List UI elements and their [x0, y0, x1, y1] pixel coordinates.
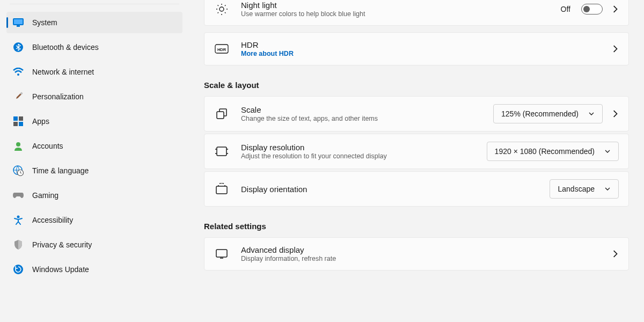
setting-subtitle: Display information, refresh rate — [241, 255, 611, 262]
chevron-right-icon — [611, 110, 619, 118]
chevron-right-icon — [611, 45, 619, 53]
card-controls: 1920 × 1080 (Recommended) — [487, 142, 619, 161]
setting-title: Night light — [241, 1, 561, 10]
setting-scale[interactable]: Scale Change the size of text, apps, and… — [204, 96, 629, 131]
nav-label: System — [32, 18, 57, 27]
wifi-icon — [13, 67, 24, 77]
nav-windows-update[interactable]: Windows Update — [6, 259, 182, 280]
gamepad-icon — [13, 190, 24, 201]
shield-icon — [13, 239, 24, 250]
svg-rect-2 — [17, 25, 20, 27]
card-controls: Landscape — [550, 179, 619, 199]
nav-apps[interactable]: Apps — [6, 111, 182, 132]
monitor-icon — [13, 17, 24, 28]
section-header-scale: Scale & layout — [204, 80, 629, 90]
svg-point-10 — [16, 142, 20, 147]
svg-rect-7 — [19, 116, 23, 121]
card-body: Display resolution Adjust the resolution… — [241, 143, 487, 160]
nav-accessibility[interactable]: Accessibility — [6, 209, 182, 231]
svg-rect-21 — [216, 250, 227, 257]
svg-rect-6 — [13, 116, 18, 121]
advanced-display-icon — [214, 246, 229, 261]
nav-label: Windows Update — [32, 265, 89, 274]
nav-label: Accessibility — [32, 216, 73, 224]
setting-title: Advanced display — [241, 245, 611, 254]
resolution-dropdown[interactable]: 1920 × 1080 (Recommended) — [487, 142, 619, 161]
nav-label: Bluetooth & devices — [32, 43, 99, 52]
chevron-down-icon — [604, 186, 611, 192]
brush-icon — [13, 91, 24, 102]
card-controls: 125% (Recommended) — [493, 104, 619, 123]
svg-point-13 — [17, 216, 20, 218]
nav-personalization[interactable]: Personalization — [6, 86, 182, 107]
nav-label: Gaming — [32, 191, 58, 200]
nav-accounts[interactable]: Accounts — [6, 135, 182, 157]
nav-label: Privacy & security — [32, 240, 92, 249]
orientation-icon — [214, 181, 229, 196]
svg-rect-8 — [13, 122, 18, 126]
svg-point-4 — [17, 74, 19, 76]
nav-label: Accounts — [32, 142, 63, 150]
toggle-state-label: Off — [561, 5, 570, 13]
orientation-dropdown[interactable]: Landscape — [550, 179, 619, 199]
card-body: Display orientation — [241, 185, 550, 194]
card-controls — [611, 250, 619, 258]
night-light-toggle[interactable] — [581, 4, 603, 14]
setting-orientation[interactable]: Display orientation Landscape — [204, 171, 629, 207]
dropdown-value: 1920 × 1080 (Recommended) — [495, 147, 595, 156]
svg-point-14 — [13, 265, 23, 274]
card-controls: Off — [561, 4, 619, 14]
card-body: HDR More about HDR — [241, 40, 611, 57]
dropdown-value: 125% (Recommended) — [501, 109, 579, 118]
card-controls — [611, 45, 619, 53]
person-icon — [13, 141, 24, 151]
sidebar: System Bluetooth & devices Network & int… — [0, 0, 189, 322]
chevron-down-icon — [588, 111, 595, 117]
setting-advanced-display[interactable]: Advanced display Display information, re… — [204, 237, 629, 270]
scale-icon — [214, 106, 229, 121]
setting-subtitle: Adjust the resolution to fit your connec… — [241, 152, 487, 160]
nav-label: Personalization — [32, 92, 84, 101]
setting-title: Display resolution — [241, 143, 487, 152]
svg-rect-18 — [217, 112, 224, 119]
nav-label: Time & language — [32, 166, 89, 175]
svg-rect-1 — [14, 19, 23, 24]
main-content: Night light Use warmer colors to help bl… — [189, 0, 644, 322]
svg-text:HDR: HDR — [217, 47, 226, 52]
svg-rect-9 — [19, 122, 23, 126]
night-light-icon — [214, 2, 229, 17]
svg-point-15 — [219, 7, 224, 11]
card-body: Advanced display Display information, re… — [241, 245, 611, 262]
nav-label: Apps — [32, 117, 49, 126]
scale-dropdown[interactable]: 125% (Recommended) — [493, 104, 603, 123]
search-box-bottom-edge — [10, 0, 179, 4]
accessibility-icon — [13, 215, 24, 225]
setting-hdr[interactable]: HDR HDR More about HDR — [204, 32, 629, 65]
svg-rect-20 — [216, 186, 227, 194]
hdr-more-link[interactable]: More about HDR — [241, 50, 611, 57]
svg-rect-19 — [217, 147, 226, 156]
nav-time-language[interactable]: Time & language — [6, 160, 182, 181]
nav-system[interactable]: System — [6, 12, 182, 33]
dropdown-value: Landscape — [558, 185, 595, 193]
update-icon — [13, 264, 24, 275]
chevron-down-icon — [604, 148, 611, 155]
bluetooth-icon — [13, 42, 24, 53]
apps-icon — [13, 116, 24, 127]
nav-list: System Bluetooth & devices Network & int… — [6, 12, 182, 280]
nav-label: Network & internet — [32, 68, 94, 76]
nav-network[interactable]: Network & internet — [6, 61, 182, 83]
nav-bluetooth[interactable]: Bluetooth & devices — [6, 36, 182, 58]
setting-title: Display orientation — [241, 185, 550, 194]
setting-subtitle: Use warmer colors to help block blue lig… — [241, 10, 561, 18]
hdr-icon: HDR — [214, 41, 229, 56]
resolution-icon — [214, 144, 229, 159]
chevron-right-icon — [611, 5, 619, 13]
globe-clock-icon — [13, 165, 24, 176]
setting-subtitle: Change the size of text, apps, and other… — [241, 115, 493, 122]
section-header-related: Related settings — [204, 222, 629, 231]
setting-night-light[interactable]: Night light Use warmer colors to help bl… — [204, 0, 629, 26]
nav-privacy[interactable]: Privacy & security — [6, 234, 182, 255]
nav-gaming[interactable]: Gaming — [6, 185, 182, 206]
setting-resolution[interactable]: Display resolution Adjust the resolution… — [204, 134, 629, 169]
